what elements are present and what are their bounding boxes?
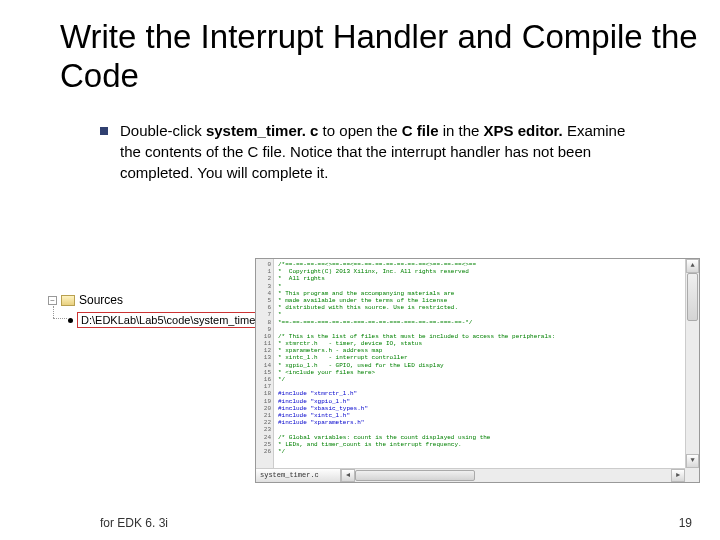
scroll-thumb-h[interactable] xyxy=(355,470,475,481)
code-line[interactable]: /*==-==-==-==<>==-==<==-==-==-==-==-==-=… xyxy=(278,261,695,268)
code-line[interactable]: #include "xgpio_l.h" xyxy=(278,398,695,405)
scroll-corner xyxy=(685,468,699,482)
code-content[interactable]: /*==-==-==-==<>==-==<==-==-==-==-==-==-=… xyxy=(274,259,699,482)
line-number: 8 xyxy=(256,319,271,326)
line-number: 13 xyxy=(256,354,271,361)
line-number: 19 xyxy=(256,398,271,405)
code-line[interactable]: */ xyxy=(278,376,695,383)
line-number: 20 xyxy=(256,405,271,412)
tree-label: Sources xyxy=(79,293,123,307)
bullet-text: Double-click system_timer. c to open the… xyxy=(120,120,650,183)
code-line[interactable]: * All rights xyxy=(278,275,695,282)
code-line[interactable]: * distributed with this source. Use is r… xyxy=(278,304,695,311)
file-path-highlighted[interactable]: D:\EDKLab\Lab5\code\system_timer.c xyxy=(77,312,271,328)
line-number: 15 xyxy=(256,369,271,376)
code-line[interactable]: * xtmrctr.h - timer, device IO, status xyxy=(278,340,695,347)
code-line[interactable]: /* This is the list of files that must b… xyxy=(278,333,695,340)
horizontal-scrollbar[interactable]: system_timer.c ◄ ► xyxy=(256,468,685,482)
ide-screenshot: − Sources D:\EDKLab\Lab5\code\system_tim… xyxy=(40,258,700,483)
project-tree-pane: − Sources D:\EDKLab\Lab5\code\system_tim… xyxy=(40,258,255,483)
line-number: 0 xyxy=(256,261,271,268)
line-number: 4 xyxy=(256,290,271,297)
line-number: 26 xyxy=(256,448,271,455)
code-line[interactable]: */ xyxy=(278,448,695,455)
collapse-icon[interactable]: − xyxy=(48,296,57,305)
line-number: 1 xyxy=(256,268,271,275)
line-number: 6 xyxy=(256,304,271,311)
bullet-square-icon xyxy=(100,127,108,135)
code-line[interactable]: * xgpio_l.h - GPIO, used for the LED dis… xyxy=(278,362,695,369)
scroll-down-icon[interactable]: ▼ xyxy=(686,454,699,468)
tree-connector xyxy=(53,318,67,319)
line-number: 25 xyxy=(256,441,271,448)
line-number: 16 xyxy=(256,376,271,383)
code-line[interactable] xyxy=(278,426,695,433)
line-number: 12 xyxy=(256,347,271,354)
scroll-right-icon[interactable]: ► xyxy=(671,469,685,482)
line-number: 11 xyxy=(256,340,271,347)
tree-file-item[interactable]: D:\EDKLab\Lab5\code\system_timer.c xyxy=(68,312,271,328)
footer-version: for EDK 6. 3i xyxy=(100,516,168,530)
vertical-scrollbar[interactable]: ▲ ▼ xyxy=(685,259,699,468)
line-number: 18 xyxy=(256,390,271,397)
code-line[interactable]: * This program and the accompanying mate… xyxy=(278,290,695,297)
code-line[interactable]: * xintc_l.h - interrupt controller xyxy=(278,354,695,361)
line-number: 17 xyxy=(256,383,271,390)
code-editor[interactable]: 0123456789101112131415161718192021222324… xyxy=(255,258,700,483)
line-number: 14 xyxy=(256,362,271,369)
folder-icon xyxy=(61,295,75,306)
code-line[interactable] xyxy=(278,326,695,333)
code-line[interactable]: #include "xparameters.h" xyxy=(278,419,695,426)
tree-node-sources[interactable]: − Sources xyxy=(48,293,123,307)
code-line[interactable]: * xyxy=(278,311,695,318)
code-line[interactable]: *==-==-===-===-==-==-===-==-==-===-===-=… xyxy=(278,319,695,326)
line-number: 2 xyxy=(256,275,271,282)
code-line[interactable]: * LEDs, and timer_count is the interrupt… xyxy=(278,441,695,448)
code-line[interactable]: #include "xbasic_types.h" xyxy=(278,405,695,412)
line-number: 5 xyxy=(256,297,271,304)
line-number: 9 xyxy=(256,326,271,333)
bullet-icon xyxy=(68,318,73,323)
line-number: 23 xyxy=(256,426,271,433)
line-number: 22 xyxy=(256,419,271,426)
line-number: 3 xyxy=(256,283,271,290)
body-paragraph: Double-click system_timer. c to open the… xyxy=(100,120,650,183)
slide-title: Write the Interrupt Handler and Compile … xyxy=(60,18,720,96)
line-number: 24 xyxy=(256,434,271,441)
code-line[interactable]: * xparameters.h - address map xyxy=(278,347,695,354)
line-number: 10 xyxy=(256,333,271,340)
code-line[interactable]: #include "xintc_l.h" xyxy=(278,412,695,419)
code-line[interactable]: * xyxy=(278,283,695,290)
scroll-up-icon[interactable]: ▲ xyxy=(686,259,699,273)
editor-tab[interactable]: system_timer.c xyxy=(256,469,341,482)
code-line[interactable] xyxy=(278,383,695,390)
code-line[interactable]: /* Global variables: count is the count … xyxy=(278,434,695,441)
line-number: 7 xyxy=(256,311,271,318)
code-line[interactable]: #include "xtmrctr_l.h" xyxy=(278,390,695,397)
code-line[interactable]: * made available under the terms of the … xyxy=(278,297,695,304)
page-number: 19 xyxy=(679,516,692,530)
code-line[interactable]: * <include your files here> xyxy=(278,369,695,376)
line-gutter: 0123456789101112131415161718192021222324… xyxy=(256,259,274,482)
line-number: 21 xyxy=(256,412,271,419)
tree-connector xyxy=(53,306,54,318)
scroll-left-icon[interactable]: ◄ xyxy=(341,469,355,482)
code-line[interactable]: * Copyright(C) 2013 Xilinx, Inc. All rig… xyxy=(278,268,695,275)
scroll-thumb[interactable] xyxy=(687,273,698,321)
